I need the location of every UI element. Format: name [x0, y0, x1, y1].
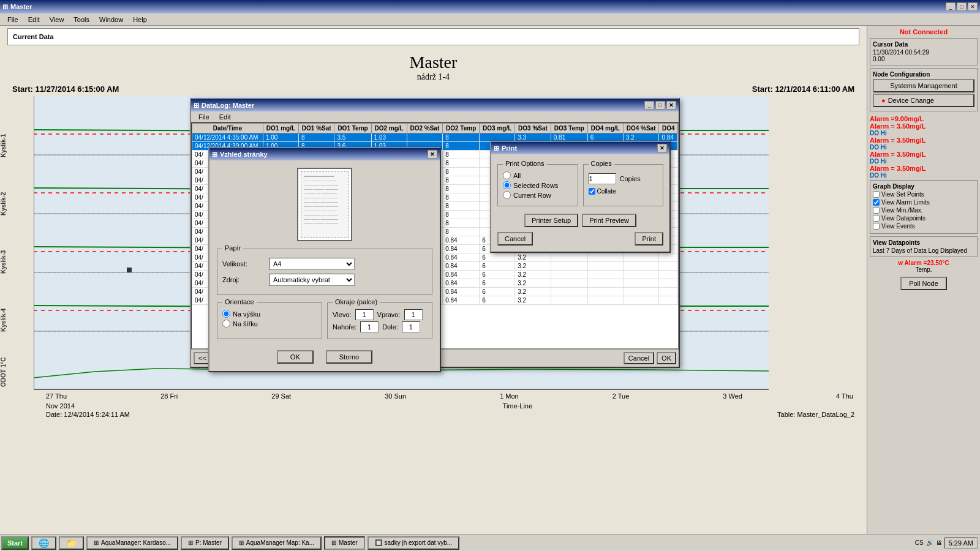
col-do3mgl: DO3 mg/L	[480, 124, 515, 133]
taskbar-icon1: ⊞	[94, 539, 99, 546]
timeline-nov2014: Nov 2014	[46, 402, 75, 410]
systems-management-button[interactable]: Systems Management	[873, 79, 974, 92]
alarm6: Alarm = 3.50mg/L	[870, 151, 978, 158]
timeline-label: Time-Line	[503, 402, 533, 410]
taskbar-folder[interactable]: 📁	[59, 536, 84, 550]
taskbar-btn3[interactable]: ⊞ AquaManager Map: Ka...	[232, 536, 322, 550]
print-dialog: ⊞ Print ✕ Print Options All Selected Row…	[490, 141, 671, 253]
svg-rect-13	[127, 268, 132, 272]
poll-node-button[interactable]: Poll Node	[900, 277, 947, 290]
minimize-button[interactable]: _	[946, 2, 956, 11]
orientation-margins-row: Orientace Na výšku Na šířku Okraje (palc…	[217, 299, 432, 343]
datalog-icon: ⊞	[194, 102, 199, 110]
datalog-close[interactable]: ✕	[666, 101, 676, 110]
device-change-button[interactable]: ● Device Change	[873, 94, 974, 107]
copies-input[interactable]	[589, 173, 616, 184]
menu-window[interactable]: Window	[94, 15, 128, 24]
nahore-input[interactable]	[360, 321, 379, 332]
view-set-points-label: View Set Points	[881, 191, 924, 198]
orientation-label: Orientace	[222, 298, 257, 305]
portrait-row: Na výšku	[222, 310, 317, 318]
print-all-row: All	[503, 171, 573, 179]
page-view-title-bar: ⊞ Vzhled stránky ✕	[209, 148, 440, 160]
current-date: Date: 12/4/2014 5:24:11 AM	[46, 411, 130, 418]
menu-tools[interactable]: Tools	[69, 15, 94, 24]
portrait-radio[interactable]	[222, 310, 230, 318]
print-cancel-button[interactable]: Cancel	[497, 232, 533, 246]
print-current-row: Current Row	[503, 191, 573, 199]
chart-subtitle: nádrž 1-4	[0, 72, 867, 82]
table-name: Table: Master_DataLog_2	[777, 411, 854, 418]
print-selected-radio[interactable]	[503, 181, 511, 189]
page-preview: ══════════════ ── ─ ────── ───── ─── ───…	[297, 168, 352, 241]
menu-view[interactable]: View	[45, 15, 69, 24]
cursor-value: 0.00	[873, 56, 974, 62]
temp-label: Temp.	[915, 266, 932, 273]
datalog-maximize[interactable]: □	[655, 101, 665, 110]
size-select[interactable]: A4	[269, 258, 355, 270]
page-preview-inner: ══════════════ ── ─ ────── ───── ─── ───…	[301, 171, 349, 238]
menu-file[interactable]: File	[2, 15, 23, 24]
page-view-close[interactable]: ✕	[428, 150, 437, 159]
taskbar-btn2[interactable]: ⊞ P: Master	[181, 536, 229, 550]
landscape-radio[interactable]	[222, 320, 230, 328]
page-view-cancel[interactable]: Storno	[326, 350, 372, 364]
page-view-title: Vzhled stránky	[220, 151, 268, 158]
view-min-max-row: View Min./Max.	[873, 207, 974, 214]
vlevo-input[interactable]	[355, 309, 374, 320]
view-datapoints-checkbox[interactable]	[873, 215, 880, 222]
copies-word: Copies	[620, 175, 641, 182]
print-icon: ⊞	[494, 144, 499, 152]
datalog-ok[interactable]: OK	[657, 352, 676, 364]
vpravo-input[interactable]	[404, 309, 423, 320]
close-button[interactable]: ✕	[968, 2, 978, 11]
print-preview-button[interactable]: Print Preview	[582, 214, 636, 227]
y-label-odot: ODOT 1°C	[0, 335, 7, 387]
view-datapoints-label: View Datapoints	[881, 215, 925, 222]
print-title-bar: ⊞ Print ✕	[491, 142, 669, 154]
view-set-points-row: View Set Points	[873, 191, 974, 198]
source-select[interactable]: Automaticky vybrat	[269, 274, 355, 286]
taskbar-ie-icon[interactable]: 🌐	[31, 536, 56, 550]
maximize-button[interactable]: □	[957, 2, 967, 11]
y-label-kyslik3: Kyslik-3	[0, 219, 7, 274]
dole-input[interactable]	[402, 321, 420, 332]
taskbar-btn4[interactable]: ⊞ Master	[324, 536, 365, 550]
y-label-kyslik2: Kyslik-2	[0, 160, 7, 216]
printer-setup-button[interactable]: Printer Setup	[524, 214, 578, 227]
page-view-buttons: OK Storno	[217, 350, 432, 364]
view-min-max-checkbox[interactable]	[873, 207, 880, 214]
datalog-menu-edit[interactable]: Edit	[214, 112, 236, 122]
view-set-points-checkbox[interactable]	[873, 191, 880, 198]
view-alarm-limits-checkbox[interactable]	[873, 199, 880, 206]
start-button[interactable]: Start	[1, 536, 29, 550]
end-time: Start: 12/1/2014 6:11:00 AM	[752, 84, 854, 94]
current-data-label: Current Data	[13, 33, 54, 40]
page-view-ok[interactable]: OK	[277, 350, 314, 364]
menu-edit[interactable]: Edit	[23, 15, 45, 24]
datalog-cancel[interactable]: Cancel	[624, 352, 654, 364]
timeline-months: Nov 2014 Time-Line	[46, 402, 853, 410]
taskbar-label4: Master	[339, 539, 358, 546]
taskbar-btn1[interactable]: ⊞ AquaManager: Kardaso...	[86, 536, 178, 550]
datalog-minimize[interactable]: _	[644, 101, 654, 110]
print-options-group: Print Options All Selected Rows Current …	[497, 164, 578, 206]
y-label-kyslik4: Kyslik-4	[0, 277, 7, 332]
alarm5: DO Hi	[870, 144, 978, 151]
copies-label: Copies	[589, 160, 614, 167]
taskbar-btn5[interactable]: 🔲 sadky jh export dat vyb...	[368, 536, 460, 550]
taskbar-label3: AquaManager Map: Ka...	[246, 539, 314, 546]
col-do2mgl: DO2 mg/L	[371, 124, 407, 133]
datalog-title-bar: ⊞ DataLog: Master _ □ ✕	[191, 99, 679, 111]
view-alarm-limits-row: View Alarm Limits	[873, 199, 974, 206]
print-all-radio[interactable]	[503, 171, 511, 179]
print-close[interactable]: ✕	[657, 144, 667, 152]
menu-help[interactable]: Help	[128, 15, 152, 24]
print-current-radio[interactable]	[503, 191, 511, 199]
view-min-max-label: View Min./Max.	[881, 207, 923, 214]
view-events-checkbox[interactable]	[873, 223, 880, 230]
print-button[interactable]: Print	[635, 232, 663, 246]
menu-bar: File Edit View Tools Window Help	[0, 13, 980, 26]
collate-checkbox[interactable]	[589, 188, 595, 195]
datalog-menu-file[interactable]: File	[194, 112, 214, 122]
